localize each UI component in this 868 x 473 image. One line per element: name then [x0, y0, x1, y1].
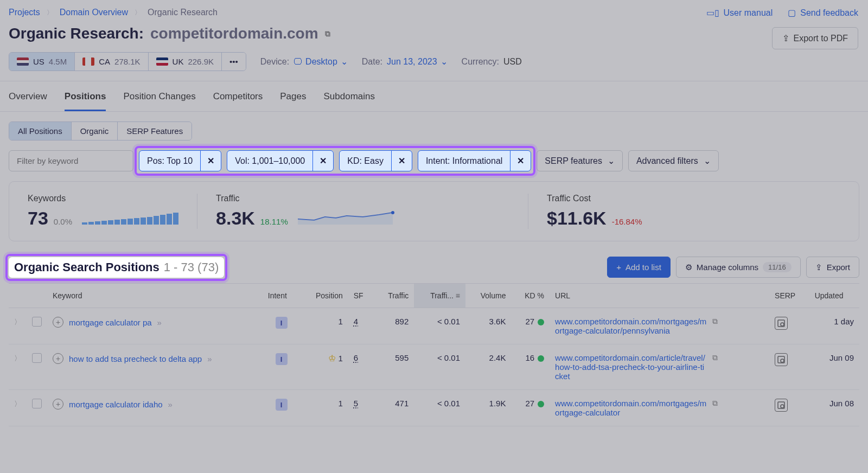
- col-keyword[interactable]: Keyword: [47, 284, 263, 308]
- chip-remove-icon[interactable]: ✕: [200, 151, 221, 171]
- keyword-link[interactable]: mortgage calculator pa: [69, 318, 152, 327]
- sf-value[interactable]: 6: [354, 353, 358, 362]
- col-sf[interactable]: SF: [348, 284, 374, 308]
- svg-point-0: [391, 211, 394, 214]
- expand-row-icon[interactable]: 〉: [14, 318, 21, 326]
- country-pill-us[interactable]: US4.5M: [9, 53, 75, 71]
- row-checkbox[interactable]: [32, 353, 42, 363]
- col-volume[interactable]: Volume: [465, 284, 511, 308]
- country-more-button[interactable]: •••: [222, 53, 246, 71]
- add-keyword-icon[interactable]: +: [53, 399, 63, 410]
- tab-pages[interactable]: Pages: [280, 91, 306, 111]
- chip-label: Intent: Informational: [418, 151, 510, 171]
- external-link-icon[interactable]: ⧉: [325, 29, 330, 39]
- row-checkbox[interactable]: [32, 399, 42, 408]
- flag-icon: [156, 57, 168, 66]
- comment-icon: ▢: [788, 8, 796, 18]
- url-link[interactable]: www.competitordomain.com/article/travel/…: [555, 353, 707, 381]
- country-pill-ca[interactable]: CA278.1K: [75, 53, 148, 71]
- chip-remove-icon[interactable]: ✕: [510, 151, 531, 171]
- traffic-value: 595: [374, 344, 414, 390]
- external-link-icon[interactable]: ⧉: [712, 317, 718, 326]
- country-pill-uk[interactable]: UK226.9K: [149, 53, 222, 71]
- tab-subdomains[interactable]: Subdomains: [323, 91, 375, 111]
- filter-chip-0[interactable]: Pos: Top 10✕: [139, 150, 221, 171]
- section-actions: + Add to list ⚙ Manage columns 11/16 ⇪ E…: [607, 257, 859, 278]
- export-button[interactable]: ⇪ Export: [806, 257, 859, 278]
- tab-positions[interactable]: Positions: [65, 91, 106, 111]
- upload-icon: ⇪: [815, 263, 822, 272]
- external-link-icon[interactable]: ⧉: [712, 353, 718, 362]
- chip-remove-icon[interactable]: ✕: [391, 151, 412, 171]
- tab-competitors[interactable]: Competitors: [213, 91, 263, 111]
- svg-point-6: [781, 405, 784, 408]
- col-blank-0[interactable]: [9, 284, 27, 308]
- breadcrumb-domain-overview[interactable]: Domain Overview: [60, 8, 128, 17]
- subtab-organic[interactable]: Organic: [72, 122, 118, 140]
- flag-icon: [17, 57, 29, 66]
- col-serp[interactable]: SERP: [769, 284, 809, 308]
- date-filter[interactable]: Date: Jun 13, 2023 ⌄: [362, 56, 448, 67]
- expand-row-icon[interactable]: 〉: [14, 354, 21, 362]
- url-link[interactable]: www.competitordomain.com/mortgages/mortg…: [555, 399, 707, 417]
- external-link-icon[interactable]: ⧉: [712, 399, 718, 408]
- serp-icon[interactable]: [775, 399, 788, 412]
- add-to-list-button[interactable]: + Add to list: [607, 257, 671, 278]
- row-checkbox[interactable]: [32, 317, 42, 327]
- col-url[interactable]: URL: [550, 284, 769, 308]
- country-code: US: [33, 57, 44, 66]
- breadcrumb-current: Organic Research: [148, 8, 218, 17]
- subtab-all-positions[interactable]: All Positions: [9, 122, 72, 140]
- table-row: 〉 +mortgage calculator idaho» I 1 5 471 …: [9, 390, 859, 426]
- col-traffic[interactable]: Traffic: [374, 284, 414, 308]
- upload-icon: ⇪: [782, 33, 789, 43]
- manage-columns-count: 11/16: [763, 262, 792, 272]
- position-value: ♔ 1: [300, 344, 348, 390]
- filter-chip-1[interactable]: Vol: 1,001–10,000✕: [227, 150, 334, 171]
- country-filter-row: US4.5MCA278.1KUK226.9K••• Device: 🖵 Desk…: [0, 50, 868, 81]
- add-keyword-icon[interactable]: +: [53, 353, 63, 364]
- gear-icon: ⚙: [685, 263, 692, 272]
- svg-point-4: [781, 359, 784, 362]
- traffic-value: 471: [374, 390, 414, 426]
- currency-filter: Currency: USD: [462, 57, 522, 67]
- expand-row-icon[interactable]: 〉: [14, 400, 21, 408]
- url-link[interactable]: www.competitordomain.com/mortgages/mortg…: [555, 317, 707, 335]
- col-blank-1[interactable]: [27, 284, 47, 308]
- col-kd-[interactable]: KD %: [511, 284, 550, 308]
- sf-value[interactable]: 4: [354, 317, 358, 326]
- user-manual-link[interactable]: ▭▯ User manual: [706, 8, 773, 18]
- serp-icon[interactable]: [775, 353, 788, 366]
- currency-label: Currency:: [462, 57, 499, 67]
- keyword-link[interactable]: mortgage calculator idaho: [69, 400, 163, 409]
- filter-chip-3[interactable]: Intent: Informational✕: [418, 150, 531, 171]
- manage-columns-button[interactable]: ⚙ Manage columns 11/16: [676, 257, 801, 278]
- volume-value: 1.9K: [465, 390, 511, 426]
- col-position[interactable]: Position: [300, 284, 348, 308]
- breadcrumb-projects[interactable]: Projects: [9, 8, 40, 17]
- sf-value[interactable]: 5: [354, 399, 358, 408]
- send-feedback-link[interactable]: ▢ Send feedback: [788, 8, 858, 18]
- filter-chip-2[interactable]: KD: Easy✕: [339, 150, 412, 171]
- volume-value: 3.6K: [465, 308, 511, 344]
- metric-keywords: Keywords 73 0.0%: [9, 194, 197, 229]
- currency-value: USD: [503, 57, 522, 67]
- add-keyword-icon[interactable]: +: [53, 317, 63, 328]
- subtab-serp-features[interactable]: SERP Features: [118, 122, 192, 140]
- export-pdf-button[interactable]: ⇪ Export to PDF: [772, 27, 858, 49]
- col-intent[interactable]: Intent: [263, 284, 301, 308]
- chip-remove-icon[interactable]: ✕: [312, 151, 333, 171]
- col-updated[interactable]: Updated: [809, 284, 859, 308]
- col-traffi-[interactable]: Traffi... ≡: [414, 284, 465, 308]
- serp-icon[interactable]: [775, 317, 788, 330]
- filter-keyword-input[interactable]: [9, 150, 133, 171]
- serp-features-filter[interactable]: SERP features ⌄: [537, 150, 623, 171]
- angles-icon: »: [157, 318, 162, 327]
- traffic-sparkline: [298, 209, 395, 225]
- tab-overview[interactable]: Overview: [9, 91, 47, 111]
- keyword-link[interactable]: how to add tsa precheck to delta app: [69, 354, 202, 363]
- chevron-right-icon: 〉: [47, 8, 53, 17]
- device-filter[interactable]: Device: 🖵 Desktop ⌄: [260, 56, 348, 67]
- advanced-filters[interactable]: Advanced filters ⌄: [628, 150, 719, 171]
- tab-position-changes[interactable]: Position Changes: [123, 91, 195, 111]
